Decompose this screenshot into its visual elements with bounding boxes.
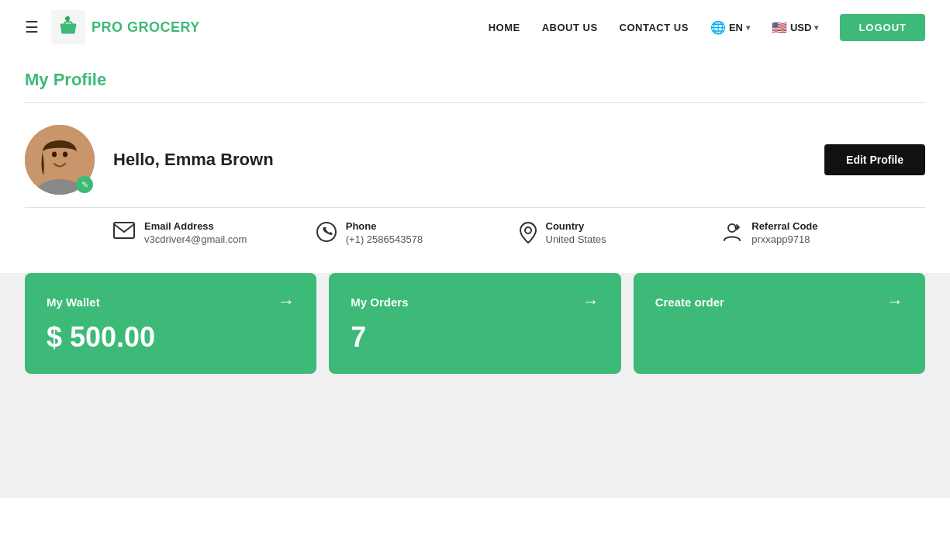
language-flag: 🌐 (710, 20, 726, 35)
nav-about[interactable]: ABOUT US (542, 22, 598, 33)
wallet-card-title: My Wallet (47, 296, 100, 309)
currency-code: USD (790, 22, 811, 33)
profile-identity: ✎ Hello, Emma Brown (25, 125, 274, 195)
email-value: v3cdriver4@gmail.com (144, 233, 247, 245)
profile-title-section: My Profile (0, 54, 950, 103)
nav-home[interactable]: HOME (489, 22, 520, 33)
pencil-icon: ✎ (81, 180, 88, 190)
profile-section: ✎ Hello, Emma Brown Edit Profile Email (0, 103, 950, 273)
header: ☰ PRO GROCERY HOME ABOUT US CONTACT US 🌐… (0, 0, 950, 54)
profile-divider (25, 207, 925, 208)
referral-label: Referral Code (751, 220, 817, 232)
profile-info-row: Email Address v3cdriver4@gmail.com Phone… (113, 220, 925, 248)
create-order-card-top: Create order → (655, 292, 903, 312)
svg-point-4 (52, 152, 57, 157)
profile-top-row: ✎ Hello, Emma Brown Edit Profile (25, 125, 925, 195)
language-selector[interactable]: 🌐 EN ▾ (710, 20, 750, 35)
wallet-card-arrow: → (278, 292, 295, 312)
edit-profile-button[interactable]: Edit Profile (824, 144, 925, 175)
info-phone: Phone (+1) 2586543578 (316, 220, 520, 247)
create-order-card-title: Create order (655, 296, 724, 309)
background-section (0, 405, 950, 498)
page-content: My Profile (0, 54, 950, 560)
orders-card-top: My Orders → (351, 292, 599, 312)
currency-flag: 🇺🇸 (772, 20, 787, 35)
wallet-card-top: My Wallet → (47, 292, 295, 312)
country-label: Country (546, 220, 606, 232)
currency-selector[interactable]: 🇺🇸 USD ▾ (772, 20, 818, 35)
logout-button[interactable]: LOGOUT (840, 14, 925, 41)
orders-card-arrow: → (582, 292, 599, 312)
logo-icon (51, 10, 85, 44)
email-label: Email Address (144, 220, 247, 232)
create-order-card-arrow: → (886, 292, 903, 312)
wallet-card[interactable]: My Wallet → $ 500.00 (25, 273, 316, 374)
profile-greeting: Hello, Emma Brown (113, 150, 274, 170)
referral-text-block: Referral Code prxxapp9718 (751, 220, 817, 245)
header-left: ☰ PRO GROCERY (25, 10, 200, 44)
phone-value: (+1) 2586543578 (346, 233, 423, 245)
svg-point-9 (525, 227, 531, 233)
header-nav: HOME ABOUT US CONTACT US 🌐 EN ▾ 🇺🇸 USD ▾… (489, 14, 925, 41)
nav-contact[interactable]: CONTACT US (620, 22, 689, 33)
currency-dropdown-arrow: ▾ (814, 23, 818, 32)
info-email: Email Address v3cdriver4@gmail.com (113, 220, 316, 245)
phone-text-block: Phone (+1) 2586543578 (346, 220, 423, 245)
edit-avatar-button[interactable]: ✎ (76, 176, 93, 193)
country-text-block: Country United States (546, 220, 606, 245)
cards-section: My Wallet → $ 500.00 My Orders → 7 Creat… (0, 273, 950, 405)
svg-rect-7 (114, 223, 134, 238)
info-referral: Referral Code prxxapp9718 (722, 220, 925, 247)
orders-card-value: 7 (351, 321, 599, 354)
orders-card-title: My Orders (351, 296, 408, 309)
info-country: Country United States (520, 220, 723, 248)
language-code: EN (729, 22, 743, 33)
svg-point-5 (63, 152, 67, 157)
avatar-wrapper: ✎ (25, 125, 95, 195)
email-text-block: Email Address v3cdriver4@gmail.com (144, 220, 247, 245)
logo-area: PRO GROCERY (51, 10, 200, 44)
logo-text: PRO GROCERY (92, 19, 200, 36)
svg-point-10 (728, 224, 736, 232)
wallet-card-value: $ 500.00 (47, 321, 295, 354)
create-order-card[interactable]: Create order → (634, 273, 925, 374)
referral-value: prxxapp9718 (751, 233, 817, 245)
language-dropdown-arrow: ▾ (746, 23, 750, 32)
country-value: United States (546, 233, 606, 245)
phone-label: Phone (346, 220, 423, 232)
location-icon (520, 222, 537, 248)
orders-card[interactable]: My Orders → 7 (329, 273, 620, 374)
email-icon (113, 222, 135, 244)
hamburger-icon[interactable]: ☰ (25, 18, 39, 36)
logo-pro: PRO (92, 19, 123, 35)
page-title: My Profile (25, 70, 925, 103)
logo-grocery: GROCERY (127, 19, 200, 35)
phone-icon (316, 222, 337, 247)
referral-icon (722, 222, 742, 247)
